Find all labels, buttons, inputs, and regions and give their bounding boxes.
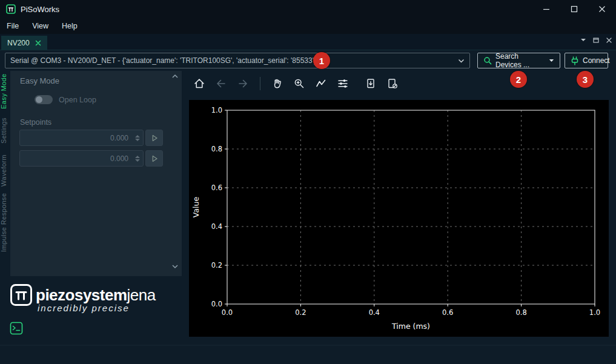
scroll-up-icon[interactable] <box>171 73 179 79</box>
toggle-knob <box>36 96 42 103</box>
svg-text:0.2: 0.2 <box>295 308 306 317</box>
panel-title: Easy Mode <box>20 76 59 85</box>
brand-name-light: jena <box>127 286 156 304</box>
save-figure-icon[interactable] <box>364 77 377 90</box>
home-icon[interactable] <box>193 77 206 90</box>
scroll-down-icon[interactable] <box>171 263 179 270</box>
plug-icon <box>571 56 579 65</box>
annotation-badge-1: 1 <box>313 52 330 69</box>
svg-text:0.0: 0.0 <box>211 300 222 308</box>
brand-name-bold: piezosystem <box>36 286 127 304</box>
svg-text:0.8: 0.8 <box>515 308 526 317</box>
spin-down-icon[interactable] <box>135 139 140 141</box>
configure-subplots-icon[interactable] <box>336 77 349 90</box>
search-icon <box>483 56 492 65</box>
maximize-button[interactable] <box>560 0 588 18</box>
app-logo-icon <box>6 4 16 14</box>
svg-text:0.4: 0.4 <box>211 222 222 231</box>
tabbar-controls <box>580 36 612 44</box>
app-window: PiSoWorks File View Help NV200 Serial @ … <box>0 0 616 364</box>
close-panel-icon[interactable] <box>606 37 612 44</box>
search-devices-button[interactable]: Search Devices ... <box>477 53 560 68</box>
annotation-badge-2: 2 <box>510 71 527 88</box>
connect-label: Connect <box>583 56 610 65</box>
spinner-arrows <box>132 151 143 166</box>
forward-icon[interactable] <box>236 77 250 90</box>
close-button[interactable] <box>588 0 616 18</box>
chevron-down-icon <box>458 59 465 63</box>
tab-list-dropdown-icon[interactable] <box>580 38 586 42</box>
setpoint-input-1[interactable]: 0.000 <box>19 130 144 146</box>
bottom-splitter[interactable] <box>0 345 616 346</box>
spinner-arrows <box>132 130 143 145</box>
annotation-badge-3: 3 <box>577 71 594 88</box>
title-bar: PiSoWorks <box>0 0 616 18</box>
brand-block: piezosystemjena incredibly precise <box>10 283 156 313</box>
svg-text:0.6: 0.6 <box>211 184 222 192</box>
toolbar-separator <box>260 77 260 90</box>
chevron-down-icon <box>549 59 554 62</box>
svg-text:1.0: 1.0 <box>211 106 222 114</box>
device-combobox[interactable]: Serial @ COM3 - NV200/D_NET - {'actuator… <box>5 53 470 68</box>
start-setpoint-button-2[interactable] <box>145 150 163 167</box>
setpoint-input-2[interactable]: 0.000 <box>19 150 144 167</box>
menu-item-file[interactable]: File <box>0 19 25 33</box>
svg-text:0.0: 0.0 <box>222 308 233 317</box>
play-icon <box>149 153 160 164</box>
svg-text:1.0: 1.0 <box>589 308 600 317</box>
window-controls <box>532 0 616 18</box>
window-title: PiSoWorks <box>21 5 59 14</box>
pan-icon[interactable] <box>271 77 284 90</box>
tab-label: NV200 <box>7 39 30 47</box>
menu-item-view[interactable]: View <box>25 19 55 33</box>
easy-mode-panel: Easy Mode Open Loop Setpoints 0.000 0.00… <box>10 71 182 276</box>
setpoint-value-2: 0.000 <box>20 154 132 163</box>
spin-up-icon[interactable] <box>135 156 140 158</box>
brand-logo-icon <box>10 283 33 306</box>
svg-text:Time (ms): Time (ms) <box>391 322 430 331</box>
sidebar-tab-settings[interactable]: Settings <box>0 115 10 147</box>
terminal-icon[interactable] <box>10 322 23 335</box>
svg-text:0.2: 0.2 <box>211 261 222 270</box>
open-loop-label: Open Loop <box>59 96 96 104</box>
menu-item-help[interactable]: Help <box>55 19 84 33</box>
spin-down-icon[interactable] <box>135 159 140 162</box>
svg-text:0.8: 0.8 <box>211 145 222 153</box>
back-icon[interactable] <box>214 77 228 90</box>
connect-button[interactable]: Connect <box>565 53 608 68</box>
sidebar-tab-waveform[interactable]: Waveform <box>0 151 10 190</box>
sidebar-tab-easy-mode[interactable]: Easy Mode <box>0 73 10 110</box>
svg-text:0.4: 0.4 <box>369 308 380 317</box>
plot-toolbar <box>193 76 399 91</box>
menu-bar: File View Help <box>0 18 616 34</box>
zoom-icon[interactable] <box>293 77 306 90</box>
spin-up-icon[interactable] <box>135 135 140 137</box>
minimize-button[interactable] <box>532 0 560 18</box>
device-combobox-value: Serial @ COM3 - NV200/D_NET - {'actuator… <box>10 56 458 65</box>
plot-canvas: 0.00.20.40.60.81.00.00.20.40.60.81.0Time… <box>189 100 609 337</box>
svg-text:Value: Value <box>191 197 200 218</box>
undock-icon[interactable] <box>592 36 600 44</box>
setpoints-label: Setpoints <box>20 118 51 127</box>
document-tab-bar: NV200 <box>0 34 616 50</box>
play-icon <box>149 133 160 144</box>
setpoint-value-1: 0.000 <box>20 134 132 142</box>
sidebar-tab-impulse-response[interactable]: Impulse Response <box>0 191 10 253</box>
start-setpoint-button-1[interactable] <box>145 130 163 146</box>
clear-figure-icon[interactable] <box>386 77 399 90</box>
tab-close-icon[interactable] <box>35 40 41 46</box>
search-devices-label: Search Devices ... <box>495 52 545 69</box>
tab-nv200[interactable]: NV200 <box>1 36 47 50</box>
open-loop-toggle[interactable] <box>35 95 53 104</box>
plot-area[interactable]: 0.00.20.40.60.81.00.00.20.40.60.81.0Time… <box>189 100 609 337</box>
autoscale-icon[interactable] <box>314 77 328 90</box>
svg-text:0.6: 0.6 <box>442 308 453 317</box>
